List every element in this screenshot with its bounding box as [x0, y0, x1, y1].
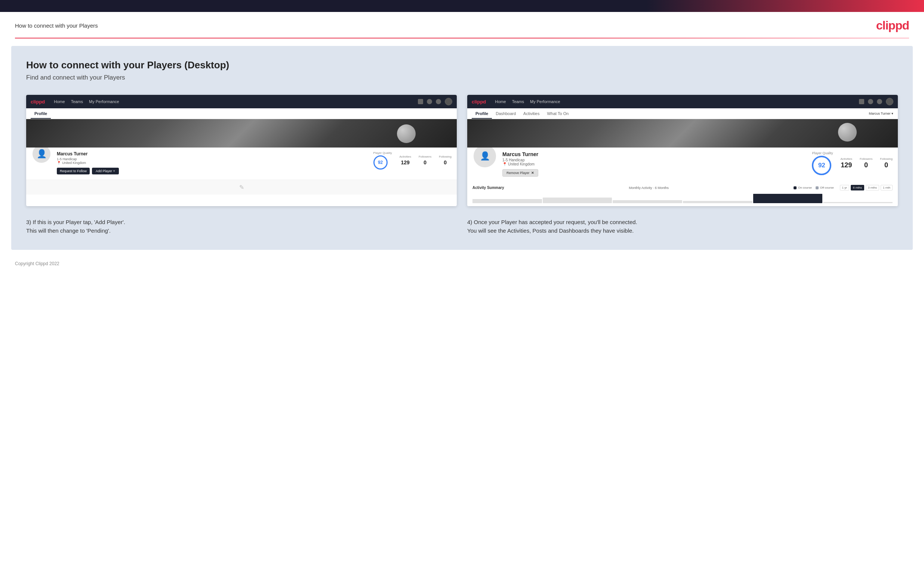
- bar-4: [683, 201, 753, 203]
- banner-circle: [397, 124, 416, 143]
- left-nav-home[interactable]: Home: [54, 99, 65, 104]
- activity-summary-title: Activity Summary: [472, 185, 504, 190]
- right-search-icon[interactable]: [859, 99, 864, 104]
- remove-x-icon: ✕: [531, 171, 534, 175]
- bar-3: [613, 200, 682, 203]
- right-stats-row: Player Quality 92 Activities 129 Followe…: [812, 151, 893, 175]
- filter-1mth[interactable]: 1 mth: [880, 185, 893, 190]
- tab-profile-left[interactable]: Profile: [31, 108, 51, 119]
- request-follow-button[interactable]: Request to Follow: [57, 168, 90, 174]
- remove-player-button[interactable]: Remove Player ✕: [502, 169, 538, 177]
- caption-right: 4) Once your Player has accepted your re…: [467, 218, 898, 235]
- tab-profile-right[interactable]: Profile: [472, 108, 492, 119]
- right-app-nav: clippd Home Teams My Performance: [467, 95, 898, 108]
- tab-activities-right[interactable]: Activities: [520, 108, 543, 119]
- logo: clippd: [876, 19, 909, 32]
- right-banner-circle: [838, 123, 857, 142]
- left-profile-info: Marcus Turner 1-5 Handicap 📍 United King…: [57, 151, 368, 174]
- right-avatar-icon: 👤: [480, 151, 490, 161]
- left-stat-activities: Activities 129: [399, 155, 411, 166]
- filter-1yr[interactable]: 1 yr: [840, 185, 849, 190]
- right-location-icon: 📍: [502, 162, 507, 166]
- add-player-button[interactable]: Add Player +: [92, 168, 119, 174]
- avatar-icon: 👤: [37, 149, 47, 159]
- captions-row: 3) If this is your Player tap, 'Add Play…: [26, 218, 898, 235]
- right-gear-icon[interactable]: [877, 99, 882, 104]
- tab-dashboard-right[interactable]: Dashboard: [492, 108, 520, 119]
- right-action-buttons: Remove Player ✕: [502, 169, 807, 177]
- gear-icon[interactable]: [436, 99, 441, 104]
- right-player-location: 📍 United Kingdom: [502, 162, 807, 166]
- right-banner: [467, 119, 898, 148]
- top-bar: [0, 0, 924, 12]
- page-footer: Copyright Clippd 2022: [0, 257, 924, 272]
- right-nav-performance[interactable]: My Performance: [530, 99, 560, 104]
- legend-oncourse: [793, 186, 796, 189]
- main-subtitle: Find and connect with your Players: [26, 74, 898, 81]
- activity-summary: Activity Summary Monthly Activity · 6 Mo…: [467, 182, 898, 206]
- player-dropdown[interactable]: Marcus Turner ▾: [869, 108, 893, 119]
- top-bar-gradient: [647, 0, 924, 12]
- top-bar-dark: [0, 0, 647, 12]
- left-action-buttons: Request to Follow Add Player +: [57, 168, 368, 174]
- caption-left: 3) If this is your Player tap, 'Add Play…: [26, 218, 457, 235]
- search-icon[interactable]: [418, 99, 423, 104]
- left-app-nav: clippd Home Teams My Performance: [26, 95, 457, 108]
- right-profile-info: Marcus Turner 1-5 Handicap 📍 United King…: [502, 151, 807, 177]
- filter-3mths[interactable]: 3 mths: [866, 185, 879, 190]
- right-profile-section: 👤 Marcus Turner 1-5 Handicap 📍 United Ki…: [467, 148, 898, 182]
- copyright-text: Copyright Clippd 2022: [15, 261, 60, 266]
- location-icon: 📍: [57, 161, 61, 165]
- scroll-icon: ✎: [239, 184, 244, 191]
- main-title: How to connect with your Players (Deskto…: [26, 60, 898, 71]
- left-nav-teams[interactable]: Teams: [71, 99, 83, 104]
- right-player-name: Marcus Turner: [502, 151, 807, 157]
- page-title: How to connect with your Players: [15, 23, 98, 29]
- right-stat-followers: Followers 0: [860, 157, 872, 169]
- left-app-logo: clippd: [31, 99, 45, 105]
- left-tabs: Profile: [26, 108, 457, 119]
- screenshot-left: clippd Home Teams My Performance Profile: [26, 95, 457, 206]
- left-stat-following: Following 0: [439, 155, 452, 166]
- left-player-name: Marcus Turner: [57, 151, 368, 156]
- screenshot-right: clippd Home Teams My Performance Profile…: [467, 95, 898, 206]
- right-user-icon[interactable]: [868, 99, 873, 104]
- left-nav-performance[interactable]: My Performance: [89, 99, 119, 104]
- time-filters: On course Off course 1 yr 6 mths 3 mths …: [793, 185, 893, 190]
- right-nav-icons: [859, 98, 893, 105]
- left-stats-row: Player Quality 92 Activities 129 Followe…: [373, 151, 452, 169]
- right-nav-home[interactable]: Home: [495, 99, 506, 104]
- right-player-handicap: 1-5 Handicap: [502, 158, 807, 162]
- right-tabs: Profile Dashboard Activities What To On …: [467, 108, 898, 119]
- left-stat-followers: Followers 0: [418, 155, 431, 166]
- avatar-small[interactable]: [445, 98, 452, 105]
- bar-5: [753, 194, 823, 203]
- filter-6mths[interactable]: 6 mths: [851, 185, 864, 190]
- right-app-logo: clippd: [472, 99, 486, 105]
- right-avatar-small[interactable]: [886, 98, 893, 105]
- screenshots-row: clippd Home Teams My Performance Profile: [26, 95, 898, 206]
- left-nav-icons: [418, 98, 452, 105]
- left-player-handicap: 1-5 Handicap: [57, 157, 368, 161]
- main-content: How to connect with your Players (Deskto…: [11, 46, 913, 250]
- page-header: How to connect with your Players clippd: [0, 12, 924, 38]
- header-divider: [15, 38, 909, 39]
- bar-2: [543, 198, 612, 203]
- activity-period: Monthly Activity · 6 Months: [629, 186, 669, 190]
- left-scroll-area: ✎: [26, 180, 457, 195]
- bar-6: [823, 202, 893, 203]
- quality-circle-right: 92: [812, 156, 831, 175]
- tab-whattoon-right[interactable]: What To On: [543, 108, 572, 119]
- left-profile-section: 👤 Marcus Turner 1-5 Handicap 📍 United Ki…: [26, 148, 457, 180]
- right-stat-following: Following 0: [880, 157, 893, 169]
- left-stat-quality: Player Quality 92: [373, 151, 392, 169]
- right-stat-quality: Player Quality 92: [812, 151, 833, 175]
- legend-oncourse-label: On course: [798, 186, 812, 189]
- bar-1: [472, 199, 542, 203]
- legend-offcourse: [816, 186, 819, 189]
- user-icon[interactable]: [427, 99, 432, 104]
- right-stat-activities: Activities 129: [840, 157, 852, 169]
- right-nav-teams[interactable]: Teams: [512, 99, 524, 104]
- left-banner: [26, 119, 457, 148]
- chart-bars: [472, 193, 893, 203]
